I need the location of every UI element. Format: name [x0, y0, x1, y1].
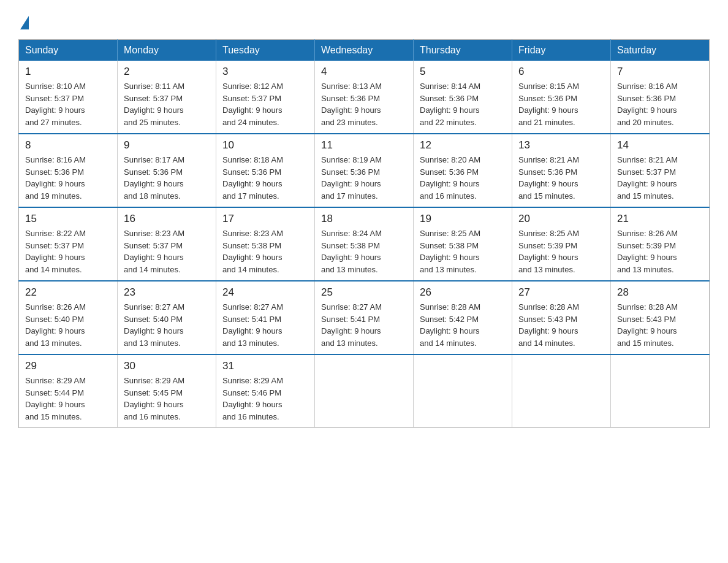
day-number: 18 [321, 213, 407, 225]
calendar-cell: 29Sunrise: 8:29 AMSunset: 5:44 PMDayligh… [19, 354, 118, 428]
calendar-cell: 9Sunrise: 8:17 AMSunset: 5:36 PMDaylight… [118, 134, 216, 207]
day-number: 17 [222, 213, 308, 225]
day-number: 27 [518, 286, 604, 299]
calendar-cell: 4Sunrise: 8:13 AMSunset: 5:36 PMDaylight… [315, 61, 414, 134]
calendar-cell: 16Sunrise: 8:23 AMSunset: 5:37 PMDayligh… [118, 207, 216, 281]
day-info: Sunrise: 8:27 AMSunset: 5:41 PMDaylight:… [321, 301, 407, 349]
day-number: 4 [321, 66, 407, 78]
day-number: 3 [222, 66, 308, 78]
calendar-cell: 3Sunrise: 8:12 AMSunset: 5:37 PMDaylight… [216, 61, 315, 134]
day-number: 5 [420, 66, 506, 78]
calendar-cell: 30Sunrise: 8:29 AMSunset: 5:45 PMDayligh… [118, 354, 216, 428]
day-info: Sunrise: 8:29 AMSunset: 5:45 PMDaylight:… [124, 375, 210, 423]
calendar-cell: 22Sunrise: 8:26 AMSunset: 5:40 PMDayligh… [19, 281, 118, 354]
day-info: Sunrise: 8:29 AMSunset: 5:44 PMDaylight:… [25, 375, 111, 423]
weekday-header-row: SundayMondayTuesdayWednesdayThursdayFrid… [19, 40, 710, 61]
day-info: Sunrise: 8:22 AMSunset: 5:37 PMDaylight:… [25, 228, 111, 275]
calendar-cell: 5Sunrise: 8:14 AMSunset: 5:36 PMDaylight… [414, 61, 512, 134]
day-number: 10 [222, 139, 308, 151]
day-info: Sunrise: 8:11 AMSunset: 5:37 PMDaylight:… [124, 80, 210, 128]
day-info: Sunrise: 8:21 AMSunset: 5:36 PMDaylight:… [518, 154, 604, 202]
day-info: Sunrise: 8:19 AMSunset: 5:36 PMDaylight:… [321, 154, 407, 202]
day-info: Sunrise: 8:20 AMSunset: 5:36 PMDaylight:… [420, 154, 506, 202]
day-info: Sunrise: 8:25 AMSunset: 5:39 PMDaylight:… [518, 228, 604, 275]
calendar-cell [512, 354, 611, 428]
calendar-cell: 24Sunrise: 8:27 AMSunset: 5:41 PMDayligh… [216, 281, 315, 354]
day-number: 6 [518, 66, 604, 78]
day-info: Sunrise: 8:27 AMSunset: 5:41 PMDaylight:… [222, 301, 308, 349]
calendar-week-row: 8Sunrise: 8:16 AMSunset: 5:36 PMDaylight… [19, 134, 710, 207]
day-number: 12 [420, 139, 506, 151]
day-number: 14 [617, 139, 703, 151]
calendar-cell [315, 354, 414, 428]
calendar-cell: 6Sunrise: 8:15 AMSunset: 5:36 PMDaylight… [512, 61, 611, 134]
day-info: Sunrise: 8:12 AMSunset: 5:37 PMDaylight:… [222, 80, 308, 128]
calendar-week-row: 29Sunrise: 8:29 AMSunset: 5:44 PMDayligh… [19, 354, 710, 428]
day-number: 9 [124, 139, 210, 151]
day-info: Sunrise: 8:17 AMSunset: 5:36 PMDaylight:… [124, 154, 210, 202]
day-info: Sunrise: 8:10 AMSunset: 5:37 PMDaylight:… [25, 80, 111, 128]
day-info: Sunrise: 8:28 AMSunset: 5:42 PMDaylight:… [420, 301, 506, 349]
day-info: Sunrise: 8:18 AMSunset: 5:36 PMDaylight:… [222, 154, 308, 202]
day-number: 29 [25, 360, 111, 372]
day-number: 25 [321, 286, 407, 299]
calendar-cell: 26Sunrise: 8:28 AMSunset: 5:42 PMDayligh… [414, 281, 512, 354]
day-number: 13 [518, 139, 604, 151]
calendar-cell: 25Sunrise: 8:27 AMSunset: 5:41 PMDayligh… [315, 281, 414, 354]
day-number: 24 [222, 286, 308, 299]
day-info: Sunrise: 8:26 AMSunset: 5:40 PMDaylight:… [25, 301, 111, 349]
day-info: Sunrise: 8:21 AMSunset: 5:37 PMDaylight:… [617, 154, 703, 202]
weekday-header-friday: Friday [512, 40, 611, 61]
calendar-cell: 8Sunrise: 8:16 AMSunset: 5:36 PMDaylight… [19, 134, 118, 207]
day-info: Sunrise: 8:28 AMSunset: 5:43 PMDaylight:… [518, 301, 604, 349]
weekday-header-saturday: Saturday [611, 40, 710, 61]
day-number: 19 [420, 213, 506, 225]
calendar-cell [414, 354, 512, 428]
day-info: Sunrise: 8:29 AMSunset: 5:46 PMDaylight:… [222, 375, 308, 423]
calendar-cell: 18Sunrise: 8:24 AMSunset: 5:38 PMDayligh… [315, 207, 414, 281]
day-number: 7 [617, 66, 703, 78]
logo-triangle-icon [20, 16, 29, 29]
day-number: 30 [124, 360, 210, 372]
calendar-cell: 2Sunrise: 8:11 AMSunset: 5:37 PMDaylight… [118, 61, 216, 134]
calendar-cell: 20Sunrise: 8:25 AMSunset: 5:39 PMDayligh… [512, 207, 611, 281]
day-info: Sunrise: 8:23 AMSunset: 5:37 PMDaylight:… [124, 228, 210, 275]
day-info: Sunrise: 8:26 AMSunset: 5:39 PMDaylight:… [617, 228, 703, 275]
day-info: Sunrise: 8:27 AMSunset: 5:40 PMDaylight:… [124, 301, 210, 349]
logo [18, 12, 29, 27]
calendar-cell [611, 354, 710, 428]
calendar-week-row: 1Sunrise: 8:10 AMSunset: 5:37 PMDaylight… [19, 61, 710, 134]
calendar-cell: 14Sunrise: 8:21 AMSunset: 5:37 PMDayligh… [611, 134, 710, 207]
day-info: Sunrise: 8:28 AMSunset: 5:43 PMDaylight:… [617, 301, 703, 349]
day-number: 31 [222, 360, 308, 372]
calendar-cell: 23Sunrise: 8:27 AMSunset: 5:40 PMDayligh… [118, 281, 216, 354]
weekday-header-thursday: Thursday [414, 40, 512, 61]
day-info: Sunrise: 8:16 AMSunset: 5:36 PMDaylight:… [617, 80, 703, 128]
day-number: 8 [25, 139, 111, 151]
weekday-header-tuesday: Tuesday [216, 40, 315, 61]
day-number: 22 [25, 286, 111, 299]
calendar-cell: 19Sunrise: 8:25 AMSunset: 5:38 PMDayligh… [414, 207, 512, 281]
calendar-week-row: 22Sunrise: 8:26 AMSunset: 5:40 PMDayligh… [19, 281, 710, 354]
calendar-cell: 21Sunrise: 8:26 AMSunset: 5:39 PMDayligh… [611, 207, 710, 281]
day-info: Sunrise: 8:24 AMSunset: 5:38 PMDaylight:… [321, 228, 407, 275]
calendar-cell: 11Sunrise: 8:19 AMSunset: 5:36 PMDayligh… [315, 134, 414, 207]
day-number: 28 [617, 286, 703, 299]
day-number: 2 [124, 66, 210, 78]
day-info: Sunrise: 8:23 AMSunset: 5:38 PMDaylight:… [222, 228, 308, 275]
day-number: 21 [617, 213, 703, 225]
day-info: Sunrise: 8:14 AMSunset: 5:36 PMDaylight:… [420, 80, 506, 128]
calendar-cell: 31Sunrise: 8:29 AMSunset: 5:46 PMDayligh… [216, 354, 315, 428]
day-info: Sunrise: 8:16 AMSunset: 5:36 PMDaylight:… [25, 154, 111, 202]
calendar-week-row: 15Sunrise: 8:22 AMSunset: 5:37 PMDayligh… [19, 207, 710, 281]
day-number: 20 [518, 213, 604, 225]
calendar-cell: 13Sunrise: 8:21 AMSunset: 5:36 PMDayligh… [512, 134, 611, 207]
calendar-cell: 27Sunrise: 8:28 AMSunset: 5:43 PMDayligh… [512, 281, 611, 354]
day-info: Sunrise: 8:15 AMSunset: 5:36 PMDaylight:… [518, 80, 604, 128]
weekday-header-sunday: Sunday [19, 40, 118, 61]
weekday-header-monday: Monday [118, 40, 216, 61]
day-number: 11 [321, 139, 407, 151]
calendar-cell: 15Sunrise: 8:22 AMSunset: 5:37 PMDayligh… [19, 207, 118, 281]
calendar-cell: 17Sunrise: 8:23 AMSunset: 5:38 PMDayligh… [216, 207, 315, 281]
calendar-cell: 7Sunrise: 8:16 AMSunset: 5:36 PMDaylight… [611, 61, 710, 134]
